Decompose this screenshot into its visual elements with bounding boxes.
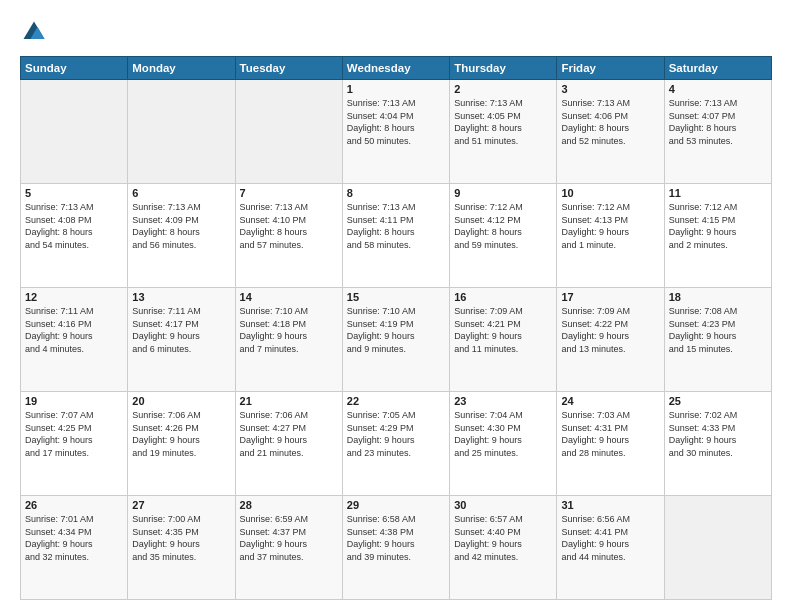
calendar-cell: 11Sunrise: 7:12 AM Sunset: 4:15 PM Dayli… — [664, 184, 771, 288]
calendar-cell: 21Sunrise: 7:06 AM Sunset: 4:27 PM Dayli… — [235, 392, 342, 496]
day-number: 17 — [561, 291, 659, 303]
day-number: 27 — [132, 499, 230, 511]
day-number: 29 — [347, 499, 445, 511]
day-number: 25 — [669, 395, 767, 407]
weekday-header-thursday: Thursday — [450, 57, 557, 80]
day-number: 20 — [132, 395, 230, 407]
calendar-cell: 30Sunrise: 6:57 AM Sunset: 4:40 PM Dayli… — [450, 496, 557, 600]
day-number: 4 — [669, 83, 767, 95]
day-number: 9 — [454, 187, 552, 199]
day-number: 1 — [347, 83, 445, 95]
day-info: Sunrise: 7:02 AM Sunset: 4:33 PM Dayligh… — [669, 409, 767, 459]
calendar-cell: 27Sunrise: 7:00 AM Sunset: 4:35 PM Dayli… — [128, 496, 235, 600]
day-info: Sunrise: 7:07 AM Sunset: 4:25 PM Dayligh… — [25, 409, 123, 459]
day-info: Sunrise: 7:08 AM Sunset: 4:23 PM Dayligh… — [669, 305, 767, 355]
logo — [20, 18, 52, 46]
day-info: Sunrise: 6:59 AM Sunset: 4:37 PM Dayligh… — [240, 513, 338, 563]
day-number: 15 — [347, 291, 445, 303]
calendar-cell: 8Sunrise: 7:13 AM Sunset: 4:11 PM Daylig… — [342, 184, 449, 288]
day-info: Sunrise: 7:13 AM Sunset: 4:11 PM Dayligh… — [347, 201, 445, 251]
logo-icon — [20, 18, 48, 46]
day-info: Sunrise: 7:01 AM Sunset: 4:34 PM Dayligh… — [25, 513, 123, 563]
day-info: Sunrise: 7:09 AM Sunset: 4:22 PM Dayligh… — [561, 305, 659, 355]
day-info: Sunrise: 7:13 AM Sunset: 4:08 PM Dayligh… — [25, 201, 123, 251]
calendar-cell: 31Sunrise: 6:56 AM Sunset: 4:41 PM Dayli… — [557, 496, 664, 600]
week-row-1: 1Sunrise: 7:13 AM Sunset: 4:04 PM Daylig… — [21, 80, 772, 184]
calendar-cell: 14Sunrise: 7:10 AM Sunset: 4:18 PM Dayli… — [235, 288, 342, 392]
day-info: Sunrise: 7:06 AM Sunset: 4:27 PM Dayligh… — [240, 409, 338, 459]
day-number: 28 — [240, 499, 338, 511]
day-info: Sunrise: 7:03 AM Sunset: 4:31 PM Dayligh… — [561, 409, 659, 459]
day-info: Sunrise: 7:00 AM Sunset: 4:35 PM Dayligh… — [132, 513, 230, 563]
day-number: 19 — [25, 395, 123, 407]
weekday-header-wednesday: Wednesday — [342, 57, 449, 80]
calendar-cell: 5Sunrise: 7:13 AM Sunset: 4:08 PM Daylig… — [21, 184, 128, 288]
day-info: Sunrise: 7:10 AM Sunset: 4:18 PM Dayligh… — [240, 305, 338, 355]
calendar-cell: 15Sunrise: 7:10 AM Sunset: 4:19 PM Dayli… — [342, 288, 449, 392]
day-number: 6 — [132, 187, 230, 199]
day-info: Sunrise: 7:13 AM Sunset: 4:07 PM Dayligh… — [669, 97, 767, 147]
day-info: Sunrise: 7:12 AM Sunset: 4:12 PM Dayligh… — [454, 201, 552, 251]
day-number: 21 — [240, 395, 338, 407]
calendar-cell: 1Sunrise: 7:13 AM Sunset: 4:04 PM Daylig… — [342, 80, 449, 184]
day-info: Sunrise: 6:57 AM Sunset: 4:40 PM Dayligh… — [454, 513, 552, 563]
calendar-cell: 22Sunrise: 7:05 AM Sunset: 4:29 PM Dayli… — [342, 392, 449, 496]
day-number: 12 — [25, 291, 123, 303]
calendar-cell: 18Sunrise: 7:08 AM Sunset: 4:23 PM Dayli… — [664, 288, 771, 392]
calendar-cell: 9Sunrise: 7:12 AM Sunset: 4:12 PM Daylig… — [450, 184, 557, 288]
calendar-cell: 25Sunrise: 7:02 AM Sunset: 4:33 PM Dayli… — [664, 392, 771, 496]
day-info: Sunrise: 7:11 AM Sunset: 4:17 PM Dayligh… — [132, 305, 230, 355]
day-info: Sunrise: 6:58 AM Sunset: 4:38 PM Dayligh… — [347, 513, 445, 563]
calendar-cell: 13Sunrise: 7:11 AM Sunset: 4:17 PM Dayli… — [128, 288, 235, 392]
day-info: Sunrise: 7:13 AM Sunset: 4:06 PM Dayligh… — [561, 97, 659, 147]
week-row-2: 5Sunrise: 7:13 AM Sunset: 4:08 PM Daylig… — [21, 184, 772, 288]
calendar-cell: 16Sunrise: 7:09 AM Sunset: 4:21 PM Dayli… — [450, 288, 557, 392]
day-number: 23 — [454, 395, 552, 407]
calendar-cell — [21, 80, 128, 184]
calendar-cell: 24Sunrise: 7:03 AM Sunset: 4:31 PM Dayli… — [557, 392, 664, 496]
calendar-cell: 29Sunrise: 6:58 AM Sunset: 4:38 PM Dayli… — [342, 496, 449, 600]
weekday-header-saturday: Saturday — [664, 57, 771, 80]
day-number: 14 — [240, 291, 338, 303]
day-info: Sunrise: 7:10 AM Sunset: 4:19 PM Dayligh… — [347, 305, 445, 355]
day-info: Sunrise: 7:13 AM Sunset: 4:09 PM Dayligh… — [132, 201, 230, 251]
day-info: Sunrise: 7:13 AM Sunset: 4:10 PM Dayligh… — [240, 201, 338, 251]
calendar-cell — [235, 80, 342, 184]
day-number: 16 — [454, 291, 552, 303]
day-number: 2 — [454, 83, 552, 95]
day-info: Sunrise: 7:09 AM Sunset: 4:21 PM Dayligh… — [454, 305, 552, 355]
day-number: 8 — [347, 187, 445, 199]
week-row-5: 26Sunrise: 7:01 AM Sunset: 4:34 PM Dayli… — [21, 496, 772, 600]
day-info: Sunrise: 7:05 AM Sunset: 4:29 PM Dayligh… — [347, 409, 445, 459]
header — [20, 18, 772, 46]
calendar-cell: 10Sunrise: 7:12 AM Sunset: 4:13 PM Dayli… — [557, 184, 664, 288]
day-number: 7 — [240, 187, 338, 199]
day-info: Sunrise: 7:12 AM Sunset: 4:13 PM Dayligh… — [561, 201, 659, 251]
day-number: 18 — [669, 291, 767, 303]
day-number: 26 — [25, 499, 123, 511]
day-number: 24 — [561, 395, 659, 407]
calendar-cell: 28Sunrise: 6:59 AM Sunset: 4:37 PM Dayli… — [235, 496, 342, 600]
day-info: Sunrise: 6:56 AM Sunset: 4:41 PM Dayligh… — [561, 513, 659, 563]
calendar-cell: 6Sunrise: 7:13 AM Sunset: 4:09 PM Daylig… — [128, 184, 235, 288]
day-number: 3 — [561, 83, 659, 95]
calendar-cell: 19Sunrise: 7:07 AM Sunset: 4:25 PM Dayli… — [21, 392, 128, 496]
week-row-4: 19Sunrise: 7:07 AM Sunset: 4:25 PM Dayli… — [21, 392, 772, 496]
calendar-cell: 26Sunrise: 7:01 AM Sunset: 4:34 PM Dayli… — [21, 496, 128, 600]
day-number: 31 — [561, 499, 659, 511]
weekday-header-monday: Monday — [128, 57, 235, 80]
calendar-cell: 2Sunrise: 7:13 AM Sunset: 4:05 PM Daylig… — [450, 80, 557, 184]
day-number: 10 — [561, 187, 659, 199]
day-number: 30 — [454, 499, 552, 511]
day-info: Sunrise: 7:13 AM Sunset: 4:04 PM Dayligh… — [347, 97, 445, 147]
calendar-cell: 4Sunrise: 7:13 AM Sunset: 4:07 PM Daylig… — [664, 80, 771, 184]
day-number: 5 — [25, 187, 123, 199]
day-info: Sunrise: 7:04 AM Sunset: 4:30 PM Dayligh… — [454, 409, 552, 459]
day-number: 13 — [132, 291, 230, 303]
week-row-3: 12Sunrise: 7:11 AM Sunset: 4:16 PM Dayli… — [21, 288, 772, 392]
weekday-header-sunday: Sunday — [21, 57, 128, 80]
day-info: Sunrise: 7:13 AM Sunset: 4:05 PM Dayligh… — [454, 97, 552, 147]
calendar-cell: 12Sunrise: 7:11 AM Sunset: 4:16 PM Dayli… — [21, 288, 128, 392]
day-number: 22 — [347, 395, 445, 407]
calendar-cell — [664, 496, 771, 600]
